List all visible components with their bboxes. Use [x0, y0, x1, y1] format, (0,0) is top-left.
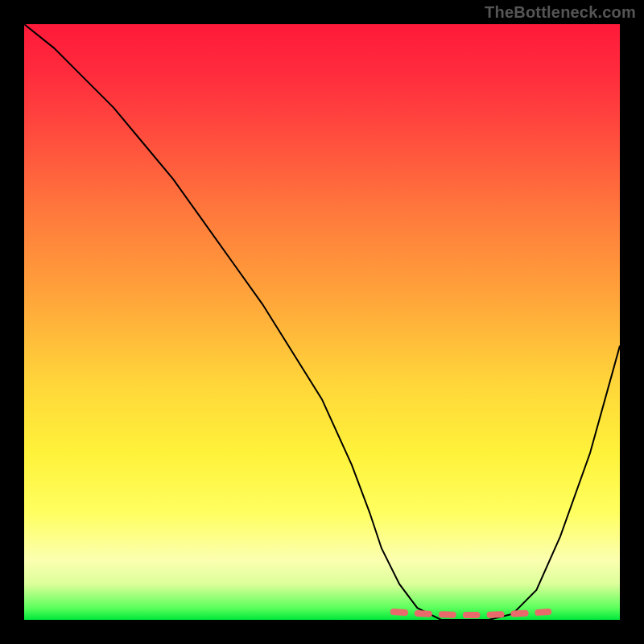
chart-svg [24, 24, 620, 620]
bottleneck-curve [24, 24, 620, 620]
watermark-text: TheBottleneck.com [485, 3, 636, 22]
chart-plot-area [24, 24, 620, 620]
optimal-range-highlight [394, 612, 548, 615]
